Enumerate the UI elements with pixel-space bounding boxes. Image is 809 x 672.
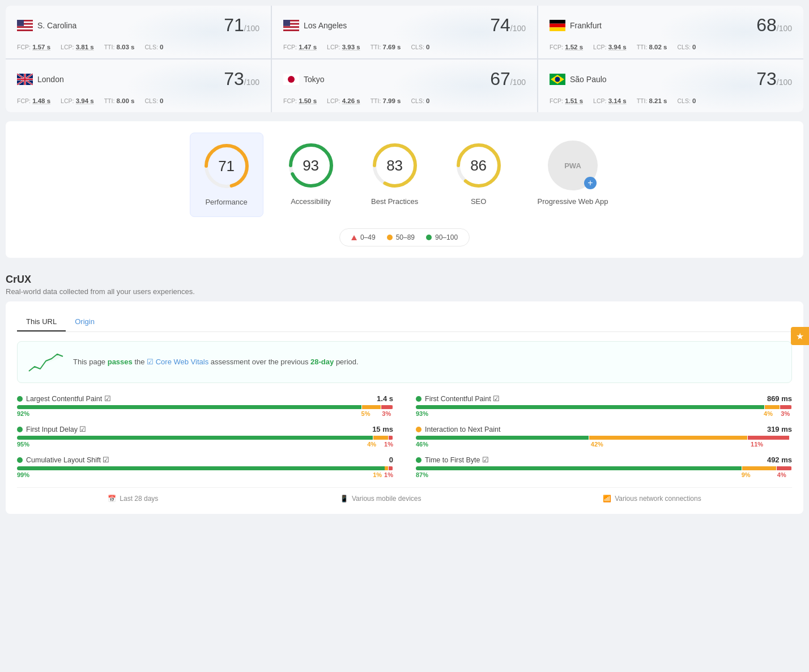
location-name-wrap: S. Carolina	[17, 20, 76, 31]
metric-value: 1.48 s	[32, 97, 50, 104]
bar-label-orange: 5%	[361, 410, 380, 417]
footer-mobile-devices: 📱 Various mobile devices	[340, 495, 421, 503]
metric-header: Cumulative Layout Shift ☑ 0	[17, 456, 393, 464]
crux-subtitle: Real-world data collected from all your …	[6, 287, 803, 296]
legend-item-orange: 50–89	[387, 233, 415, 241]
metric-item: LCP: 3.81 s	[61, 44, 94, 50]
score-value-seo: 86	[470, 157, 487, 175]
pwa-label: Progressive Web App	[538, 197, 608, 206]
location-name-wrap: São Paulo	[550, 74, 607, 85]
tab-origin[interactable]: Origin	[66, 313, 104, 331]
metric-item: LCP: 3.94 s	[593, 44, 627, 50]
legend-label-red: 0–49	[360, 233, 376, 241]
svg-rect-12	[283, 26, 299, 28]
map-background	[658, 6, 803, 58]
location-card-são-paulo: São Paulo 73/100 FCP: 1.51 s LCP: 3.14 s…	[538, 59, 803, 112]
location-name: S. Carolina	[37, 21, 76, 30]
metric-name: Largest Contentful Paint ☑	[17, 394, 111, 403]
metric-name-text: Interaction to Next Paint	[425, 426, 500, 433]
bar-label-red: 1%	[384, 441, 393, 448]
metric-value: 4.26 s	[342, 97, 360, 104]
metric-value: 1.51 s	[565, 97, 583, 104]
score-card-seo: 86 SEO	[442, 133, 515, 217]
metric-value: 3.81 s	[76, 44, 94, 50]
score-circle-accessibility: 93	[286, 141, 336, 190]
flag-us-icon	[283, 20, 299, 31]
bar-label-orange: 1%	[373, 471, 382, 478]
metric-label: FCP:	[550, 97, 563, 104]
bar-segment-green	[416, 405, 764, 409]
metric-value: 1.50 s	[299, 97, 317, 104]
bar-label-red: 1%	[384, 471, 393, 478]
metric-row-2: First Input Delay ☑ 15 ms 95%4%1%	[17, 425, 393, 448]
footer-label-network: Various network connections	[615, 495, 701, 503]
tab-this-url[interactable]: This URL	[17, 313, 66, 331]
core-web-vitals-link[interactable]: ☑ Core Web Vitals	[147, 358, 208, 366]
scores-grid: 71 Performance 93 Accessibility 83 Best …	[17, 133, 792, 217]
bar-segment-green	[17, 466, 385, 470]
svg-rect-14	[283, 29, 299, 31]
passes-chart-icon	[28, 350, 64, 375]
footer-last-28-days: 📅 Last 28 days	[108, 495, 158, 503]
metric-label: TTI:	[371, 44, 381, 50]
metric-item: FCP: 1.57 s	[17, 44, 50, 50]
metrics-left-column: Largest Contentful Paint ☑ 1.4 s 92%5%3%…	[17, 394, 393, 478]
metric-value: 1.57 s	[32, 44, 50, 50]
bar-label-orange: 4%	[764, 410, 778, 417]
svg-rect-15	[283, 20, 290, 26]
metric-item: FCP: 1.48 s	[17, 97, 50, 104]
pwa-text: PWA	[564, 161, 581, 170]
bar-labels: 46%42%11%	[416, 441, 792, 448]
star-badge[interactable]: ★	[791, 327, 809, 345]
bar-segment-orange	[765, 405, 780, 409]
metric-label: TTI:	[104, 97, 115, 104]
metric-bar	[416, 436, 792, 440]
svg-rect-6	[17, 29, 33, 31]
map-background	[391, 6, 537, 58]
metric-name: First Input Delay ☑	[17, 425, 86, 433]
map-background	[125, 59, 271, 112]
pwa-circle: PWA +	[548, 141, 598, 190]
bar-segment-orange	[373, 436, 388, 440]
metric-label: FCP:	[17, 97, 31, 104]
metric-value: 3.93 s	[342, 44, 360, 50]
flag-de-icon	[550, 20, 565, 31]
crux-header: CrUX Real-world data collected from all …	[6, 267, 803, 301]
metric-row-1: First Contentful Paint ☑ 869 ms 93%4%3%	[416, 394, 792, 417]
bar-label-green: 99%	[17, 471, 371, 478]
bar-segment-orange	[385, 466, 389, 470]
metric-row-4: Cumulative Layout Shift ☑ 0 99%1%1%	[17, 456, 393, 478]
pwa-plus-icon: +	[584, 177, 597, 189]
metric-row-0: Largest Contentful Paint ☑ 1.4 s 92%5%3%	[17, 394, 393, 417]
bar-segment-green	[17, 405, 361, 409]
svg-point-32	[555, 76, 560, 82]
location-card-los-angeles: Los Angeles 74/100 FCP: 1.47 s LCP: 3.93…	[272, 6, 537, 58]
metric-name-text: Time to First Byte ☑	[425, 456, 489, 464]
score-circle-performance: 71	[202, 141, 252, 191]
metric-bar	[17, 466, 393, 470]
legend-item-red: 0–49	[351, 233, 376, 241]
metric-value: 3.14 s	[608, 97, 627, 104]
metric-value: 3.94 s	[76, 97, 94, 104]
metric-header: Interaction to Next Paint 319 ms	[416, 425, 792, 433]
metric-name: Cumulative Layout Shift ☑	[17, 456, 110, 464]
bar-label-orange: 9%	[742, 471, 775, 478]
location-name: São Paulo	[570, 75, 607, 84]
metric-bar	[416, 405, 792, 409]
svg-rect-4	[17, 26, 33, 28]
svg-rect-7	[17, 20, 24, 26]
mobile-icon: 📱	[340, 495, 348, 503]
bar-segment-green	[416, 436, 589, 440]
metric-bar	[17, 405, 393, 409]
flag-us-icon	[17, 20, 33, 31]
metric-value: 869 ms	[767, 394, 792, 403]
metric-value: 15 ms	[372, 425, 393, 433]
bar-labels: 99%1%1%	[17, 471, 393, 478]
metric-header: First Contentful Paint ☑ 869 ms	[416, 394, 792, 403]
location-name-wrap: Los Angeles	[283, 20, 347, 31]
bar-label-red: 3%	[781, 410, 792, 417]
scores-section: 71 Performance 93 Accessibility 83 Best …	[6, 121, 803, 258]
map-background	[125, 6, 271, 58]
svg-rect-17	[550, 23, 565, 27]
legend-label-green: 90–100	[435, 233, 458, 241]
